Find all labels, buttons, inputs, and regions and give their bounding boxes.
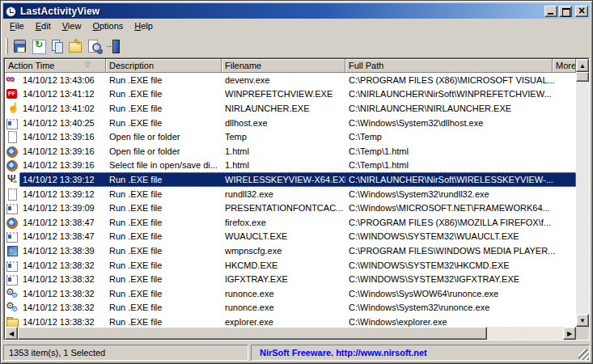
copy-button[interactable] [48,37,66,55]
cell-filename: 1.html [222,160,345,170]
folder-icon [6,315,19,327]
cell-filename: rundll32.exe [222,189,345,199]
table-row[interactable]: 14/10/12 13:38:32 Run .EXE file explorer… [5,315,576,327]
table-row[interactable]: 14/10/12 13:41:12 Run .EXE file WINPREFE… [5,87,576,102]
properties-icon [66,37,85,55]
table-row[interactable]: 14/10/12 13:41:02 Run .EXE file NIRLAUNC… [5,101,576,116]
refresh-icon [29,37,48,55]
menu-help[interactable]: Help [129,19,159,34]
menu-edit[interactable]: Edit [30,19,57,34]
vertical-scroll-track[interactable] [576,82,589,314]
cell-full-path: C:\Windows\explorer.exe [345,317,576,327]
table-row[interactable]: 14/10/12 13:39:16 Open file or folder 1.… [5,144,576,159]
minimize-button[interactable] [544,6,557,17]
exit-button[interactable] [104,37,122,55]
sort-desc-icon: ▽ [85,61,91,69]
resize-grip[interactable] [578,349,589,360]
horizontal-scrollbar[interactable]: ◀ ▶ [5,327,576,340]
cell-filename: runonce.exe [222,289,345,298]
column-header-description[interactable]: Description [106,59,222,73]
cell-action-time: 14/10/12 13:38:47 [19,218,106,227]
maximize-button[interactable] [559,6,572,17]
table-row[interactable]: 14/10/12 13:38:47 Run .EXE file firefox.… [5,215,576,230]
column-header-action-time[interactable]: Action Time ▽ [5,59,106,73]
column-header-filename[interactable]: Filename [222,59,345,73]
toolbar-gripper[interactable] [6,38,8,54]
title-bar[interactable]: LastActivityView [3,3,590,19]
scroll-left-icon[interactable]: ◀ [5,327,18,340]
cell-action-time: 14/10/12 13:41:12 [19,89,106,99]
cell-description: Select file in open/save di... [106,160,222,170]
scroll-down-icon[interactable]: ▼ [576,314,589,327]
table-row[interactable]: 14/10/12 13:39:12 Run .EXE file rundll32… [5,187,576,201]
cell-action-time: 14/10/12 13:39:09 [19,203,106,213]
vertical-scroll-thumb[interactable] [576,72,589,82]
find-icon [85,37,104,55]
cell-filename: wmpnscfg.exe [222,246,345,256]
cell-full-path: C:\PROGRAM FILES\WINDOWS MEDIA PLAYER... [345,246,576,256]
runonce-icon [6,301,19,314]
table-row[interactable]: 14/10/12 13:38:32 Run .EXE file runonce.… [5,286,576,301]
toolbar [3,35,590,57]
cell-description: Run .EXE file [106,104,222,113]
cell-filename: WUAUCLT.EXE [222,231,345,241]
cell-action-time: 14/10/12 13:38:32 [19,274,106,284]
save-button[interactable] [11,37,29,55]
table-row[interactable]: 14/10/12 13:43:06 Run .EXE file devenv.e… [5,73,576,87]
table-row[interactable]: 14/10/12 13:39:16 Select file in open/sa… [5,159,576,173]
find-button[interactable] [85,37,104,55]
horizontal-scroll-track[interactable] [487,327,563,340]
menu-bar: File Edit View Options Help [3,19,590,35]
menu-options[interactable]: Options [87,19,129,34]
menu-file[interactable]: File [4,19,30,34]
table-row[interactable]: 14/10/12 13:39:12 Run .EXE file WIRELESS… [5,172,576,187]
cell-description: Run .EXE file [106,118,222,128]
column-header-row: Action Time ▽ Description Filename Full … [5,59,576,73]
app-window-icon [6,230,19,243]
table-row[interactable]: 14/10/12 13:38:32 Run .EXE file HKCMD.EX… [5,258,576,273]
cell-action-time: 14/10/12 13:38:47 [19,231,106,241]
app-window-icon [6,116,19,129]
cell-description: Run .EXE file [106,274,222,284]
firefox-icon [6,145,19,158]
scroll-up-icon[interactable]: ▲ [576,59,589,72]
close-button[interactable] [575,6,588,17]
cell-filename: NIRLAUNCHER.EXE [222,104,345,113]
status-items-panel: 1353 item(s), 1 Selected [3,345,248,361]
cell-action-time: 14/10/12 13:38:32 [19,289,106,298]
media-player-icon [6,244,19,257]
cell-full-path: C:\NIRLAUNCHER\NirSoft\WINPREFETCHVIEW..… [345,89,576,99]
cell-full-path: C:\PROGRAM FILES (X86)\MICROSOFT VISUAL.… [345,75,576,85]
properties-button[interactable] [66,37,85,55]
nirsoft-freeware-link[interactable]: NirSoft Freeware. http://www.nirsoft.net [256,348,427,358]
table-row[interactable]: 14/10/12 13:38:32 Run .EXE file runonce.… [5,301,576,315]
cell-filename: Temp [222,132,345,142]
cell-description: Run .EXE file [106,317,222,327]
cell-action-time: 14/10/12 13:39:16 [19,132,106,142]
cell-description: Open file or folder [106,132,222,142]
cell-full-path: C:\Temp [345,132,576,142]
scroll-right-icon[interactable]: ▶ [563,327,576,340]
table-row[interactable]: 14/10/12 13:39:16 Open file or folder Te… [5,129,576,144]
menu-view[interactable]: View [57,19,87,34]
vertical-scrollbar[interactable]: ▲ ▼ [576,59,589,327]
cell-action-time: 14/10/12 13:38:32 [19,260,106,270]
column-header-full-path[interactable]: Full Path [345,59,553,73]
column-header-more-information[interactable]: More I [553,59,576,73]
cell-full-path: C:\WINDOWS\SYSTEM32\HKCMD.EXE [345,260,576,270]
table-row[interactable]: 14/10/12 13:38:32 Run .EXE file IGFXTRAY… [5,272,576,286]
firefox-icon [6,216,19,229]
horizontal-scroll-thumb[interactable] [18,327,487,340]
table-row[interactable]: 14/10/12 13:38:47 Run .EXE file WUAUCLT.… [5,230,576,244]
table-row[interactable]: 14/10/12 13:38:39 Run .EXE file wmpnscfg… [5,243,576,258]
table-row[interactable]: 14/10/12 13:40:25 Run .EXE file dllhost.… [5,116,576,130]
cell-description: Open file or folder [106,146,222,156]
refresh-button[interactable] [29,37,48,55]
cell-action-time: 14/10/12 13:43:06 [19,75,106,85]
prefetch-icon [6,87,19,100]
cell-full-path: C:\NIRLAUNCHER\NIRLAUNCHER.EXE [345,104,576,113]
table-row[interactable]: 14/10/12 13:39:09 Run .EXE file PRESENTA… [5,201,576,215]
runonce-icon [6,287,19,300]
status-items-count: 1353 item(s), 1 Selected [9,348,105,358]
cell-filename: IGFXTRAY.EXE [222,274,345,284]
